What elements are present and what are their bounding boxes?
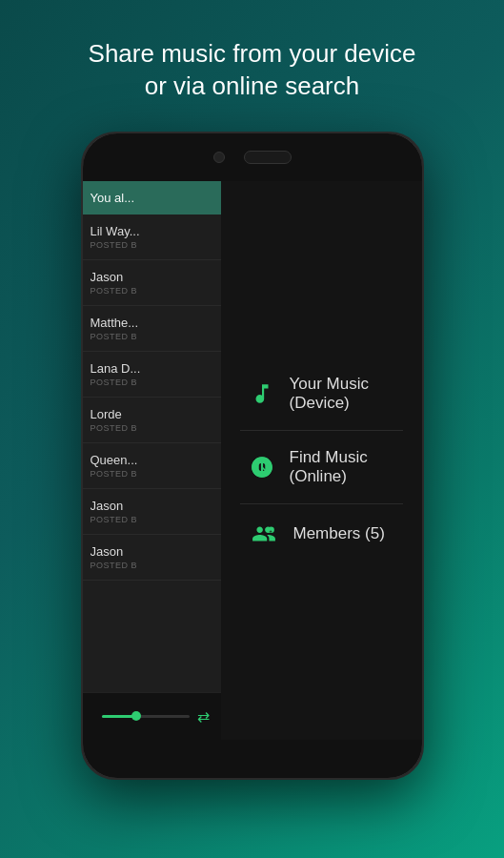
header-line2: or via online search (145, 72, 359, 100)
track-name: Lorde (91, 407, 213, 421)
your-music-label: Your Music (Device) (290, 375, 393, 413)
track-name: Lil Way... (91, 224, 213, 238)
find-music-label: Find Music (Online) (290, 448, 393, 486)
dropdown-menu: Your Music (Device) Find Music (Online) (221, 181, 422, 740)
phone-speaker (244, 151, 292, 164)
track-posted: POSTED B (91, 423, 213, 433)
left-panel: You al... Lil Way... POSTED B Jason POST… (83, 181, 221, 740)
music-note-icon (250, 381, 274, 406)
members-icon: + (250, 521, 278, 546)
list-item[interactable]: Jason POSTED B (83, 535, 221, 581)
track-posted: POSTED B (91, 469, 213, 479)
track-posted: POSTED B (91, 378, 213, 387)
phone-bottom-bar (83, 740, 422, 778)
bottom-bar: ⇄ (83, 692, 221, 740)
svg-text:+: + (269, 528, 272, 534)
find-music-button[interactable]: Find Music (Online) (240, 431, 403, 504)
progress-dot (131, 711, 141, 721)
you-also-label: You al... (91, 191, 135, 205)
list-item[interactable]: Jason POSTED B (83, 260, 221, 306)
phone-screen: You al... Lil Way... POSTED B Jason POST… (83, 181, 422, 740)
list-item[interactable]: Lana D... POSTED B (83, 352, 221, 398)
list-item[interactable]: Lil Way... POSTED B (83, 214, 221, 260)
track-posted: POSTED B (91, 332, 213, 341)
track-posted: POSTED B (91, 515, 213, 524)
track-name: Queen... (91, 453, 213, 467)
list-item[interactable]: Jason POSTED B (83, 489, 221, 535)
track-name: Jason (91, 499, 213, 513)
header-title: Share music from your device or via onli… (50, 0, 454, 132)
shuffle-icon[interactable]: ⇄ (197, 707, 210, 725)
members-label: Members (5) (293, 524, 385, 543)
phone-camera (213, 152, 225, 163)
phone-frame: You al... Lil Way... POSTED B Jason POST… (81, 132, 424, 780)
phone-top-bar (83, 133, 422, 181)
list-item[interactable]: Matthe... POSTED B (83, 306, 221, 352)
members-button[interactable]: + Members (5) (240, 504, 403, 563)
header-line1: Share music from your device (89, 39, 416, 68)
list-item[interactable]: Queen... POSTED B (83, 443, 221, 489)
track-name: Matthe... (91, 316, 213, 330)
track-posted: POSTED B (91, 561, 213, 570)
track-name: Jason (91, 544, 213, 559)
find-music-icon (250, 455, 274, 480)
progress-bar (102, 715, 190, 718)
your-music-button[interactable]: Your Music (Device) (240, 358, 403, 431)
track-name: Jason (91, 270, 213, 284)
list-item[interactable]: Lorde POSTED B (83, 398, 221, 443)
track-posted: POSTED B (91, 286, 213, 296)
you-also-bar: You al... (83, 181, 221, 214)
track-posted: POSTED B (91, 240, 213, 250)
track-name: Lana D... (91, 361, 213, 376)
